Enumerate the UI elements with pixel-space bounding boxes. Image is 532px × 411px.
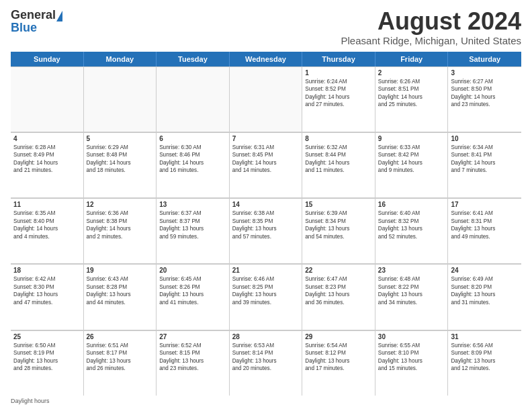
calendar-cell: 31Sunrise: 6:56 AM Sunset: 8:09 PM Dayli… <box>448 330 521 396</box>
calendar-cell: 3Sunrise: 6:27 AM Sunset: 8:50 PM Daylig… <box>448 66 521 132</box>
calendar-cell: 19Sunrise: 6:43 AM Sunset: 8:28 PM Dayli… <box>84 264 157 329</box>
day-number: 17 <box>451 201 519 208</box>
day-info: Sunrise: 6:53 AM Sunset: 8:14 PM Dayligh… <box>232 342 300 373</box>
calendar-cell: 24Sunrise: 6:49 AM Sunset: 8:20 PM Dayli… <box>448 264 521 329</box>
day-info: Sunrise: 6:36 AM Sunset: 8:38 PM Dayligh… <box>87 210 154 240</box>
calendar-header-day: Tuesday <box>157 52 230 66</box>
day-info: Sunrise: 6:35 AM Sunset: 8:40 PM Dayligh… <box>13 210 81 240</box>
calendar-cell: 5Sunrise: 6:29 AM Sunset: 8:48 PM Daylig… <box>84 132 157 197</box>
calendar-cell: 26Sunrise: 6:51 AM Sunset: 8:17 PM Dayli… <box>84 330 157 396</box>
calendar-header: SundayMondayTuesdayWednesdayThursdayFrid… <box>11 52 521 66</box>
day-info: Sunrise: 6:40 AM Sunset: 8:32 PM Dayligh… <box>378 210 445 240</box>
calendar-cell: 4Sunrise: 6:28 AM Sunset: 8:49 PM Daylig… <box>11 132 84 197</box>
calendar-cell: 20Sunrise: 6:45 AM Sunset: 8:26 PM Dayli… <box>157 264 230 329</box>
day-number: 15 <box>305 201 372 208</box>
calendar-cell <box>157 66 230 132</box>
day-number: 24 <box>451 267 519 274</box>
calendar-header-day: Saturday <box>448 52 521 66</box>
calendar-cell: 28Sunrise: 6:53 AM Sunset: 8:14 PM Dayli… <box>230 330 303 396</box>
day-info: Sunrise: 6:26 AM Sunset: 8:51 PM Dayligh… <box>378 78 445 109</box>
calendar-week-row: 25Sunrise: 6:50 AM Sunset: 8:19 PM Dayli… <box>11 330 521 396</box>
day-info: Sunrise: 6:52 AM Sunset: 8:15 PM Dayligh… <box>159 342 226 373</box>
logo: General Blue <box>11 8 62 35</box>
day-info: Sunrise: 6:43 AM Sunset: 8:28 PM Dayligh… <box>87 275 154 306</box>
day-number: 9 <box>378 135 445 142</box>
day-info: Sunrise: 6:29 AM Sunset: 8:48 PM Dayligh… <box>87 144 154 175</box>
day-info: Sunrise: 6:56 AM Sunset: 8:09 PM Dayligh… <box>451 342 519 373</box>
day-number: 22 <box>305 267 372 274</box>
calendar-week-row: 1Sunrise: 6:24 AM Sunset: 8:52 PM Daylig… <box>11 66 521 132</box>
day-number: 16 <box>378 201 445 208</box>
calendar-week-row: 11Sunrise: 6:35 AM Sunset: 8:40 PM Dayli… <box>11 198 521 264</box>
day-info: Sunrise: 6:30 AM Sunset: 8:46 PM Dayligh… <box>159 144 226 175</box>
footer-note: Daylight hours <box>11 396 521 404</box>
calendar-header-day: Thursday <box>302 52 375 66</box>
day-info: Sunrise: 6:49 AM Sunset: 8:20 PM Dayligh… <box>451 275 519 306</box>
calendar-header-day: Wednesday <box>230 52 303 66</box>
day-info: Sunrise: 6:45 AM Sunset: 8:26 PM Dayligh… <box>159 275 226 306</box>
title-block: August 2024 Pleasant Ridge, Michigan, Un… <box>341 8 521 46</box>
calendar-cell: 10Sunrise: 6:34 AM Sunset: 8:41 PM Dayli… <box>448 132 521 197</box>
calendar-cell: 22Sunrise: 6:47 AM Sunset: 8:23 PM Dayli… <box>302 264 375 329</box>
day-number: 3 <box>451 69 519 77</box>
day-info: Sunrise: 6:48 AM Sunset: 8:22 PM Dayligh… <box>378 275 445 306</box>
calendar-cell: 27Sunrise: 6:52 AM Sunset: 8:15 PM Dayli… <box>157 330 230 396</box>
calendar-header-day: Monday <box>84 52 157 66</box>
calendar-cell <box>230 66 303 132</box>
day-info: Sunrise: 6:55 AM Sunset: 8:10 PM Dayligh… <box>378 342 445 373</box>
calendar-header-day: Friday <box>375 52 449 66</box>
calendar-cell: 14Sunrise: 6:38 AM Sunset: 8:35 PM Dayli… <box>230 198 303 263</box>
day-number: 10 <box>451 135 519 142</box>
day-number: 25 <box>13 333 81 340</box>
calendar-cell: 11Sunrise: 6:35 AM Sunset: 8:40 PM Dayli… <box>11 198 84 263</box>
day-number: 31 <box>451 333 519 340</box>
day-number: 18 <box>13 267 81 274</box>
calendar-header-day: Sunday <box>11 52 84 66</box>
calendar-cell: 23Sunrise: 6:48 AM Sunset: 8:22 PM Dayli… <box>375 264 449 329</box>
calendar-cell: 2Sunrise: 6:26 AM Sunset: 8:51 PM Daylig… <box>375 66 449 132</box>
logo-blue-text: Blue <box>11 21 37 35</box>
day-number: 19 <box>87 267 154 274</box>
day-info: Sunrise: 6:41 AM Sunset: 8:31 PM Dayligh… <box>451 210 519 240</box>
day-info: Sunrise: 6:37 AM Sunset: 8:37 PM Dayligh… <box>159 210 226 240</box>
calendar-cell: 17Sunrise: 6:41 AM Sunset: 8:31 PM Dayli… <box>448 198 521 263</box>
day-number: 1 <box>305 69 372 77</box>
day-info: Sunrise: 6:28 AM Sunset: 8:49 PM Dayligh… <box>13 144 81 175</box>
day-number: 23 <box>378 267 445 274</box>
calendar-cell <box>11 66 84 132</box>
calendar-cell: 21Sunrise: 6:46 AM Sunset: 8:25 PM Dayli… <box>230 264 303 329</box>
calendar-week-row: 4Sunrise: 6:28 AM Sunset: 8:49 PM Daylig… <box>11 132 521 198</box>
day-number: 11 <box>13 201 81 208</box>
day-number: 28 <box>232 333 300 340</box>
calendar-cell: 9Sunrise: 6:33 AM Sunset: 8:42 PM Daylig… <box>375 132 449 197</box>
day-info: Sunrise: 6:51 AM Sunset: 8:17 PM Dayligh… <box>87 342 154 373</box>
day-number: 21 <box>232 267 300 274</box>
calendar: SundayMondayTuesdayWednesdayThursdayFrid… <box>11 52 521 396</box>
day-number: 6 <box>159 135 226 142</box>
day-number: 5 <box>87 135 154 142</box>
calendar-cell: 16Sunrise: 6:40 AM Sunset: 8:32 PM Dayli… <box>375 198 449 263</box>
day-number: 14 <box>232 201 300 208</box>
calendar-cell: 1Sunrise: 6:24 AM Sunset: 8:52 PM Daylig… <box>302 66 375 132</box>
main-title: August 2024 <box>341 8 521 35</box>
calendar-cell: 15Sunrise: 6:39 AM Sunset: 8:34 PM Dayli… <box>302 198 375 263</box>
logo-triangle-icon <box>56 11 62 21</box>
calendar-cell: 8Sunrise: 6:32 AM Sunset: 8:44 PM Daylig… <box>302 132 375 197</box>
calendar-body: 1Sunrise: 6:24 AM Sunset: 8:52 PM Daylig… <box>11 66 521 396</box>
day-info: Sunrise: 6:39 AM Sunset: 8:34 PM Dayligh… <box>305 210 372 240</box>
day-info: Sunrise: 6:46 AM Sunset: 8:25 PM Dayligh… <box>232 275 300 306</box>
day-number: 8 <box>305 135 372 142</box>
day-info: Sunrise: 6:54 AM Sunset: 8:12 PM Dayligh… <box>305 342 372 373</box>
day-info: Sunrise: 6:50 AM Sunset: 8:19 PM Dayligh… <box>13 342 81 373</box>
day-number: 7 <box>232 135 300 142</box>
day-number: 2 <box>378 69 445 77</box>
day-info: Sunrise: 6:24 AM Sunset: 8:52 PM Dayligh… <box>305 78 372 109</box>
day-number: 12 <box>87 201 154 208</box>
day-number: 30 <box>378 333 445 340</box>
day-number: 26 <box>87 333 154 340</box>
calendar-cell: 6Sunrise: 6:30 AM Sunset: 8:46 PM Daylig… <box>157 132 230 197</box>
page: General Blue August 2024 Pleasant Ridge,… <box>0 0 532 411</box>
logo-general-text: General <box>11 8 56 22</box>
calendar-cell: 12Sunrise: 6:36 AM Sunset: 8:38 PM Dayli… <box>84 198 157 263</box>
calendar-cell: 13Sunrise: 6:37 AM Sunset: 8:37 PM Dayli… <box>157 198 230 263</box>
